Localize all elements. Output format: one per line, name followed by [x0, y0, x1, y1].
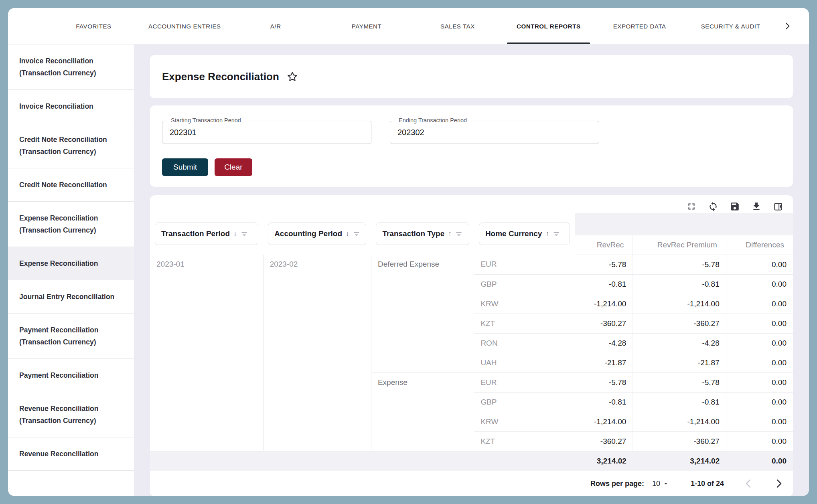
revrec-cell: -4.28 [575, 333, 633, 353]
starting-period-input[interactable] [162, 121, 371, 144]
tab-sales-tax[interactable]: SALES TAX [412, 8, 503, 44]
revrec-premium-cell: -21.87 [633, 353, 726, 372]
home-currency-cell: UAH [474, 353, 575, 372]
ending-period-field: Ending Transaction Period [390, 121, 599, 144]
filter-icon[interactable] [553, 231, 560, 238]
revrec-cell: -0.81 [575, 274, 633, 294]
submit-button[interactable]: Submit [162, 158, 208, 176]
revrec-cell: -21.87 [575, 353, 633, 372]
download-icon [751, 201, 762, 212]
home-currency-cell: GBP [474, 392, 575, 412]
table-body: 2023-012023-02Deferred ExpenseEUR-5.78-5… [150, 255, 793, 451]
tab-exported-data[interactable]: EXPORTED DATA [594, 8, 685, 44]
sidebar-item-revenue-reconciliation[interactable]: Revenue Reconciliation [8, 437, 134, 471]
chevron-right-icon [773, 478, 785, 490]
sidebar-item-credit-note-reconciliation-tc[interactable]: Credit Note Reconciliation (Transaction … [8, 123, 134, 168]
summary-spacer [150, 451, 575, 471]
manage-columns-button[interactable] [773, 201, 783, 212]
revrec-cell: -360.27 [575, 314, 633, 333]
nav-overflow-button[interactable] [776, 8, 799, 44]
title-card: Expense Reconciliation [150, 55, 793, 98]
tab-security-audit[interactable]: SECURITY & AUDIT [685, 8, 776, 44]
sidebar-item-journal-entry-reconciliation[interactable]: Journal Entry Reconciliation [8, 280, 134, 314]
differences-cell: 0.00 [726, 274, 793, 294]
column-label: Transaction Type [382, 229, 444, 238]
clear-button[interactable]: Clear [215, 158, 252, 176]
column-label: Accounting Period [274, 229, 342, 238]
home-currency-cell: RON [474, 333, 575, 353]
ending-period-label: Ending Transaction Period [396, 117, 470, 123]
chevron-down-icon [662, 480, 670, 488]
revrec-cell: -0.81 [575, 392, 633, 412]
sidebar-item-payment-reconciliation-tc[interactable]: Payment Reconciliation (Transaction Curr… [8, 314, 134, 359]
column-label: Transaction Period [161, 229, 230, 238]
column-header-transaction-period[interactable]: Transaction Period ↓ [155, 223, 258, 245]
revrec-premium-cell: -5.78 [633, 255, 726, 274]
home-currency-cell: KRW [474, 412, 575, 431]
sidebar-item-expense-reconciliation[interactable]: Expense Reconciliation [8, 247, 134, 280]
results-table-card: Transaction Period ↓ Accounting Period ↓ [150, 195, 793, 496]
accounting-period-cell: 2023-02 [263, 255, 371, 451]
revrec-premium-cell: -0.81 [633, 392, 726, 412]
page-title: Expense Reconciliation [162, 71, 279, 83]
summary-row: 3,214.02 3,214.02 0.00 [150, 451, 793, 471]
main-content: Expense Reconciliation Starting Transact… [134, 45, 809, 496]
column-header-revrec-premium[interactable]: RevRec Premium [633, 235, 726, 255]
pagination-range: 1-10 of 24 [691, 480, 724, 488]
sidebar-item-payment-reconciliation[interactable]: Payment Reconciliation [8, 359, 134, 392]
sidebar-item-credit-note-reconciliation[interactable]: Credit Note Reconciliation [8, 168, 134, 202]
column-header-differences[interactable]: Differences [726, 235, 793, 255]
previous-page-button[interactable] [742, 478, 754, 490]
filter-icon[interactable] [455, 231, 462, 238]
differences-cell: 0.00 [726, 372, 793, 392]
home-currency-cell: EUR [474, 255, 575, 274]
next-page-button[interactable] [773, 478, 785, 490]
differences-cell: 0.00 [726, 431, 793, 451]
sidebar-item-invoice-reconciliation[interactable]: Invoice Reconciliation [8, 90, 134, 123]
save-button-toolbar[interactable] [730, 201, 740, 212]
sort-desc-icon: ↓ [233, 230, 237, 238]
revrec-cell: -5.78 [575, 372, 633, 392]
filter-icon[interactable] [353, 231, 360, 238]
pagination-bar: Rows per page: 10 1-10 of 24 [150, 471, 793, 496]
tab-favorites[interactable]: FAVORITES [48, 8, 139, 44]
revrec-premium-cell: -0.81 [633, 274, 726, 294]
rows-per-page-value: 10 [652, 480, 660, 488]
differences-cell: 0.00 [726, 294, 793, 314]
column-header-accounting-period[interactable]: Accounting Period ↓ [268, 223, 366, 245]
favorite-button[interactable] [286, 71, 298, 83]
fullscreen-icon [686, 201, 697, 212]
sidebar-item-invoice-reconciliation-tc[interactable]: Invoice Reconciliation (Transaction Curr… [8, 45, 134, 90]
differences-cell: 0.00 [726, 412, 793, 431]
revrec-cell: -1,214.00 [575, 294, 633, 314]
rows-per-page-select[interactable]: 10 [652, 480, 670, 488]
tab-accounting-entries[interactable]: ACCOUNTING ENTRIES [139, 8, 230, 44]
app-window: FAVORITES ACCOUNTING ENTRIES A/R PAYMENT… [8, 8, 809, 496]
fullscreen-button[interactable] [686, 201, 697, 212]
reconciliation-table: Transaction Period ↓ Accounting Period ↓ [150, 213, 793, 471]
home-currency-cell: KZT [474, 431, 575, 451]
sidebar-item-revenue-reconciliation-tc[interactable]: Revenue Reconciliation (Transaction Curr… [8, 392, 134, 437]
table-row: 2023-012023-02Deferred ExpenseEUR-5.78-5… [150, 255, 793, 274]
differences-cell: 0.00 [726, 314, 793, 333]
sort-asc-icon: ↑ [545, 230, 549, 238]
top-navigation: FAVORITES ACCOUNTING ENTRIES A/R PAYMENT… [8, 8, 809, 45]
column-header-revrec[interactable]: RevRec [575, 235, 633, 255]
filter-icon[interactable] [241, 231, 248, 238]
column-header-transaction-type[interactable]: Transaction Type ↑ [376, 223, 469, 245]
tab-control-reports[interactable]: CONTROL REPORTS [503, 8, 594, 44]
column-header-home-currency[interactable]: Home Currency ↑ [479, 223, 570, 245]
refresh-button[interactable] [708, 201, 718, 212]
tab-ar[interactable]: A/R [230, 8, 321, 44]
transaction-type-cell: Deferred Expense [371, 255, 474, 372]
download-button[interactable] [751, 201, 762, 212]
ending-period-input[interactable] [390, 121, 599, 144]
sidebar-item-expense-reconciliation-tc[interactable]: Expense Reconciliation (Transaction Curr… [8, 202, 134, 247]
differences-cell: 0.00 [726, 333, 793, 353]
star-icon [286, 71, 298, 83]
starting-period-field: Starting Transaction Period [162, 121, 371, 144]
tab-payment[interactable]: PAYMENT [321, 8, 412, 44]
rows-per-page-label: Rows per page: [590, 480, 644, 488]
differences-cell: 0.00 [726, 255, 793, 274]
revrec-premium-cell: -5.78 [633, 372, 726, 392]
